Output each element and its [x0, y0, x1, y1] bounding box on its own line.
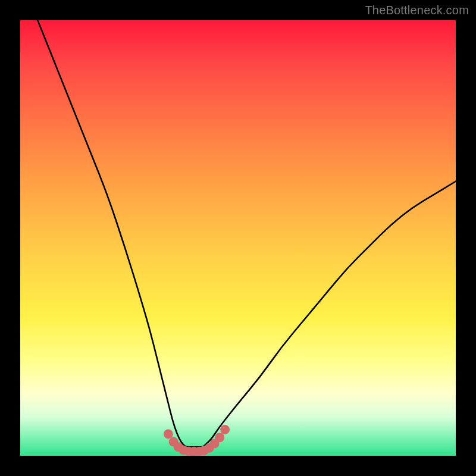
plot-area — [20, 20, 456, 456]
watermark-text: TheBottleneck.com — [365, 4, 469, 17]
bottleneck-curve — [37, 20, 456, 447]
marker-dot — [164, 429, 173, 439]
marker-dot — [220, 425, 230, 434]
marker-dot — [215, 433, 224, 442]
chart-svg — [20, 20, 456, 456]
chart-frame: TheBottleneck.com — [0, 0, 476, 476]
bottom-markers — [164, 425, 230, 456]
